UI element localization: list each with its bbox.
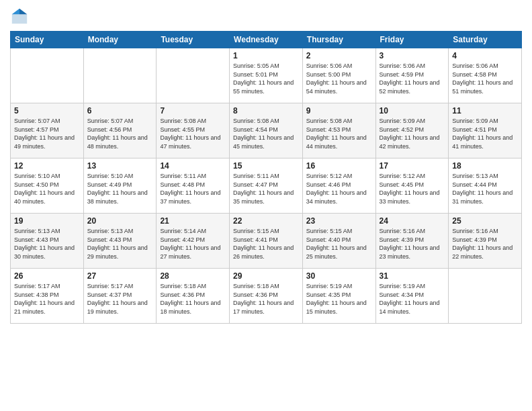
day-number: 22 bbox=[233, 216, 299, 226]
cell-info: Sunrise: 5:08 AMSunset: 4:55 PMDaylight:… bbox=[160, 117, 226, 150]
calendar-cell: 21Sunrise: 5:14 AMSunset: 4:42 PMDayligh… bbox=[157, 214, 230, 269]
day-number: 20 bbox=[87, 216, 153, 226]
calendar-week-row: 26Sunrise: 5:17 AMSunset: 4:38 PMDayligh… bbox=[11, 269, 522, 324]
day-number: 5 bbox=[14, 106, 80, 116]
calendar-cell bbox=[449, 269, 522, 324]
column-header-thursday: Thursday bbox=[302, 32, 375, 48]
calendar-header-row: SundayMondayTuesdayWednesdayThursdayFrid… bbox=[11, 32, 522, 48]
day-number: 29 bbox=[233, 271, 299, 281]
cell-info: Sunrise: 5:19 AMSunset: 4:35 PMDaylight:… bbox=[306, 282, 372, 316]
calendar-cell: 26Sunrise: 5:17 AMSunset: 4:38 PMDayligh… bbox=[11, 269, 84, 324]
calendar-cell: 17Sunrise: 5:12 AMSunset: 4:45 PMDayligh… bbox=[375, 158, 449, 214]
cell-info: Sunrise: 5:13 AMSunset: 4:43 PMDaylight:… bbox=[14, 227, 80, 261]
cell-info: Sunrise: 5:13 AMSunset: 4:43 PMDaylight:… bbox=[87, 227, 153, 261]
day-number: 18 bbox=[452, 161, 518, 171]
calendar-cell: 9Sunrise: 5:08 AMSunset: 4:53 PMDaylight… bbox=[302, 103, 375, 158]
cell-info: Sunrise: 5:09 AMSunset: 4:52 PMDaylight:… bbox=[380, 117, 445, 150]
calendar-cell: 25Sunrise: 5:16 AMSunset: 4:39 PMDayligh… bbox=[449, 214, 522, 269]
day-number: 17 bbox=[380, 161, 445, 171]
day-number: 10 bbox=[380, 106, 445, 116]
calendar-cell: 23Sunrise: 5:15 AMSunset: 4:40 PMDayligh… bbox=[302, 214, 375, 269]
logo-icon bbox=[10, 7, 29, 26]
day-number: 31 bbox=[380, 271, 445, 281]
day-number: 3 bbox=[380, 51, 445, 60]
calendar-cell: 20Sunrise: 5:13 AMSunset: 4:43 PMDayligh… bbox=[83, 214, 157, 269]
cell-info: Sunrise: 5:07 AMSunset: 4:57 PMDaylight:… bbox=[14, 117, 80, 150]
day-number: 15 bbox=[233, 161, 299, 171]
cell-info: Sunrise: 5:10 AMSunset: 4:50 PMDaylight:… bbox=[14, 172, 80, 205]
day-number: 9 bbox=[306, 106, 372, 116]
calendar-week-row: 1Sunrise: 5:05 AMSunset: 5:01 PMDaylight… bbox=[11, 48, 522, 103]
column-header-monday: Monday bbox=[83, 32, 157, 48]
cell-info: Sunrise: 5:06 AMSunset: 4:59 PMDaylight:… bbox=[380, 62, 445, 95]
calendar-cell: 16Sunrise: 5:12 AMSunset: 4:46 PMDayligh… bbox=[302, 158, 375, 214]
cell-info: Sunrise: 5:16 AMSunset: 4:39 PMDaylight:… bbox=[452, 227, 518, 261]
calendar-cell: 28Sunrise: 5:18 AMSunset: 4:36 PMDayligh… bbox=[157, 269, 230, 324]
day-number: 11 bbox=[452, 106, 518, 116]
logo bbox=[10, 7, 32, 26]
day-number: 8 bbox=[233, 106, 299, 116]
day-number: 4 bbox=[452, 51, 518, 60]
cell-info: Sunrise: 5:15 AMSunset: 4:40 PMDaylight:… bbox=[306, 227, 372, 261]
day-number: 14 bbox=[160, 161, 226, 171]
calendar-cell bbox=[11, 48, 84, 103]
cell-info: Sunrise: 5:17 AMSunset: 4:38 PMDaylight:… bbox=[14, 282, 80, 316]
calendar-table: SundayMondayTuesdayWednesdayThursdayFrid… bbox=[10, 31, 522, 324]
cell-info: Sunrise: 5:19 AMSunset: 4:34 PMDaylight:… bbox=[380, 282, 445, 316]
calendar-cell: 13Sunrise: 5:10 AMSunset: 4:49 PMDayligh… bbox=[83, 158, 157, 214]
day-number: 21 bbox=[160, 216, 226, 226]
day-number: 25 bbox=[452, 216, 518, 226]
calendar-cell: 15Sunrise: 5:11 AMSunset: 4:47 PMDayligh… bbox=[230, 158, 303, 214]
cell-info: Sunrise: 5:06 AMSunset: 4:58 PMDaylight:… bbox=[452, 62, 518, 95]
calendar-cell: 30Sunrise: 5:19 AMSunset: 4:35 PMDayligh… bbox=[302, 269, 375, 324]
day-number: 6 bbox=[87, 106, 153, 116]
day-number: 16 bbox=[306, 161, 372, 171]
cell-info: Sunrise: 5:08 AMSunset: 4:53 PMDaylight:… bbox=[306, 117, 372, 150]
day-number: 1 bbox=[233, 51, 299, 60]
calendar-cell: 22Sunrise: 5:15 AMSunset: 4:41 PMDayligh… bbox=[230, 214, 303, 269]
day-number: 26 bbox=[14, 271, 80, 281]
calendar-cell bbox=[157, 48, 230, 103]
svg-marker-2 bbox=[12, 9, 19, 14]
header bbox=[10, 7, 522, 26]
cell-info: Sunrise: 5:08 AMSunset: 4:54 PMDaylight:… bbox=[233, 117, 299, 150]
cell-info: Sunrise: 5:11 AMSunset: 4:48 PMDaylight:… bbox=[160, 172, 226, 205]
cell-info: Sunrise: 5:07 AMSunset: 4:56 PMDaylight:… bbox=[87, 117, 153, 150]
calendar-cell: 24Sunrise: 5:16 AMSunset: 4:39 PMDayligh… bbox=[375, 214, 449, 269]
day-number: 24 bbox=[380, 216, 445, 226]
day-number: 13 bbox=[87, 161, 153, 171]
cell-info: Sunrise: 5:18 AMSunset: 4:36 PMDaylight:… bbox=[160, 282, 226, 316]
calendar-cell: 19Sunrise: 5:13 AMSunset: 4:43 PMDayligh… bbox=[11, 214, 84, 269]
day-number: 27 bbox=[87, 271, 153, 281]
day-number: 19 bbox=[14, 216, 80, 226]
calendar-cell: 5Sunrise: 5:07 AMSunset: 4:57 PMDaylight… bbox=[11, 103, 84, 158]
svg-marker-1 bbox=[19, 9, 27, 14]
cell-info: Sunrise: 5:16 AMSunset: 4:39 PMDaylight:… bbox=[380, 227, 445, 261]
day-number: 23 bbox=[306, 216, 372, 226]
calendar-cell: 6Sunrise: 5:07 AMSunset: 4:56 PMDaylight… bbox=[83, 103, 157, 158]
day-number: 28 bbox=[160, 271, 226, 281]
cell-info: Sunrise: 5:09 AMSunset: 4:51 PMDaylight:… bbox=[452, 117, 518, 150]
calendar-cell: 4Sunrise: 5:06 AMSunset: 4:58 PMDaylight… bbox=[449, 48, 522, 103]
day-number: 12 bbox=[14, 161, 80, 171]
calendar-cell: 29Sunrise: 5:18 AMSunset: 4:36 PMDayligh… bbox=[230, 269, 303, 324]
cell-info: Sunrise: 5:18 AMSunset: 4:36 PMDaylight:… bbox=[233, 282, 299, 316]
day-number: 30 bbox=[306, 271, 372, 281]
column-header-sunday: Sunday bbox=[11, 32, 84, 48]
page: SundayMondayTuesdayWednesdayThursdayFrid… bbox=[0, 0, 532, 411]
cell-info: Sunrise: 5:15 AMSunset: 4:41 PMDaylight:… bbox=[233, 227, 299, 261]
calendar-cell: 12Sunrise: 5:10 AMSunset: 4:50 PMDayligh… bbox=[11, 158, 84, 214]
cell-info: Sunrise: 5:05 AMSunset: 5:01 PMDaylight:… bbox=[233, 62, 299, 95]
svg-rect-3 bbox=[12, 14, 27, 24]
calendar-cell: 7Sunrise: 5:08 AMSunset: 4:55 PMDaylight… bbox=[157, 103, 230, 158]
calendar-cell: 18Sunrise: 5:13 AMSunset: 4:44 PMDayligh… bbox=[449, 158, 522, 214]
calendar-cell: 1Sunrise: 5:05 AMSunset: 5:01 PMDaylight… bbox=[230, 48, 303, 103]
day-number: 2 bbox=[306, 51, 372, 60]
cell-info: Sunrise: 5:10 AMSunset: 4:49 PMDaylight:… bbox=[87, 172, 153, 205]
calendar-week-row: 12Sunrise: 5:10 AMSunset: 4:50 PMDayligh… bbox=[11, 158, 522, 214]
calendar-week-row: 5Sunrise: 5:07 AMSunset: 4:57 PMDaylight… bbox=[11, 103, 522, 158]
calendar-cell: 27Sunrise: 5:17 AMSunset: 4:37 PMDayligh… bbox=[83, 269, 157, 324]
day-number: 7 bbox=[160, 106, 226, 116]
cell-info: Sunrise: 5:13 AMSunset: 4:44 PMDaylight:… bbox=[452, 172, 518, 205]
column-header-saturday: Saturday bbox=[449, 32, 522, 48]
